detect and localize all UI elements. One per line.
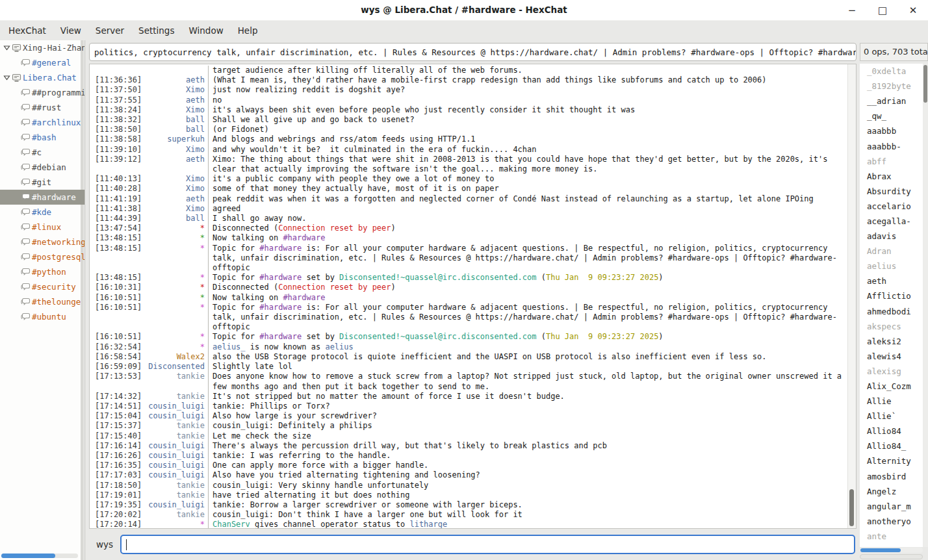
chat-nick[interactable]: * [144, 293, 208, 303]
menu-item-settings[interactable]: Settings [131, 22, 181, 39]
user-list-item[interactable]: Absurdity [860, 184, 923, 199]
chat-nick[interactable]: cousin_luigi [144, 441, 208, 451]
tree-item-archlinux[interactable]: #archlinux [0, 115, 84, 130]
user-list-item[interactable]: abff [860, 154, 923, 169]
menu-item-help[interactable]: Help [231, 22, 265, 39]
scrollbar-thumb[interactable] [849, 489, 854, 526]
tree-item-libera.chat[interactable]: Libera.Chat [0, 70, 84, 85]
user-list-item[interactable]: amosbird [860, 469, 923, 484]
user-list-item[interactable]: aeth [860, 274, 923, 288]
user-list-item[interactable]: alexisg [860, 364, 923, 379]
chat-view[interactable]: target audience after killing off litera… [89, 64, 857, 529]
chat-nick[interactable]: * [144, 233, 208, 243]
tree-item-bash[interactable]: #bash [0, 130, 84, 145]
chat-nick[interactable]: cousin_luigi [144, 411, 208, 421]
tree-item-kde[interactable]: #kde [0, 205, 84, 220]
user-list-item[interactable]: aleksi2 [860, 334, 923, 349]
user-list-item[interactable]: Alternity [860, 453, 923, 468]
nick-label[interactable]: wys [96, 539, 113, 550]
user-list-item[interactable]: accelario [860, 199, 923, 214]
tree-item-git[interactable]: #git [0, 175, 84, 190]
chat-nick[interactable]: tankie [144, 490, 208, 500]
user-list-item[interactable]: Allio84 [860, 424, 923, 439]
tree-item-programming[interactable]: ##programming [0, 85, 84, 100]
user-list[interactable]: _0xdelta_8192byte__adrian_qw_aaabbbaaabb… [860, 64, 923, 547]
chat-nick[interactable]: Ximo [144, 204, 208, 214]
user-list-item[interactable]: Allio84_ [860, 439, 923, 453]
user-list-item[interactable]: anotheryo [860, 514, 923, 529]
chat-nick[interactable]: * [144, 520, 208, 528]
tree-item-networking[interactable]: #networking [0, 235, 84, 249]
chat-nick[interactable]: Ximo [144, 174, 208, 184]
message-input[interactable] [120, 535, 855, 554]
user-list-item[interactable]: _8192byte [860, 79, 923, 94]
tree-item-postgresql[interactable]: #postgresql [0, 249, 84, 264]
user-list-item[interactable]: adavis [860, 229, 923, 244]
chat-nick[interactable]: ball [144, 214, 208, 223]
chat-nick[interactable]: * [144, 303, 208, 312]
user-list-item[interactable]: aaabbb- [860, 138, 923, 153]
user-list-item[interactable]: aaabbb [860, 123, 923, 138]
scrollbar-thumb[interactable] [923, 65, 927, 103]
menu-item-hexchat[interactable]: HexChat [1, 22, 53, 39]
scrollbar-thumb[interactable] [1, 554, 55, 558]
tree-item-general[interactable]: #general [0, 55, 84, 70]
triangle-down-icon[interactable] [3, 74, 12, 81]
user-list-vertical-scrollbar[interactable] [923, 64, 928, 547]
chat-nick[interactable]: cousin_luigi [144, 470, 208, 480]
tree-item-hardware[interactable]: #hardware [0, 190, 84, 205]
chat-nick[interactable]: cousin_luigi [144, 461, 208, 470]
tree-item-thelounge[interactable]: #thelounge [0, 294, 84, 309]
menu-item-window[interactable]: Window [181, 22, 230, 39]
user-list-item[interactable]: __adrian [860, 94, 923, 108]
server-tree-horizontal-scrollbar[interactable] [1, 554, 78, 558]
tree-item-xing-hai-zhan[interactable]: Xing-Hai-Zhan [0, 40, 84, 55]
user-list-item[interactable]: Abrax [860, 169, 923, 184]
chat-nick[interactable]: * [144, 283, 208, 292]
chat-nick[interactable]: cousin_luigi [144, 451, 208, 461]
minimize-button[interactable]: − [846, 6, 858, 16]
user-list-horizontal-scrollbar-track[interactable] [860, 554, 923, 559]
user-list-horizontal-scrollbar[interactable] [860, 548, 923, 553]
chat-nick[interactable]: * [144, 244, 208, 253]
chat-nick[interactable]: Ximo [144, 145, 208, 155]
chat-nick[interactable]: ball [144, 125, 208, 134]
user-list-item[interactable]: angular_m [860, 499, 923, 514]
chat-nick[interactable]: Ximo [144, 105, 208, 115]
server-tree-panel[interactable]: Xing-Hai-Zhan#generalLibera.Chat##progra… [0, 40, 85, 560]
close-button[interactable]: ✕ [907, 6, 919, 16]
chat-nick[interactable]: Ximo [144, 184, 208, 194]
chat-nick[interactable]: aeth [144, 194, 208, 204]
topic-input[interactable]: politics, cryptocurrency talk, unfair di… [89, 43, 857, 61]
chat-nick[interactable]: * [144, 223, 208, 233]
tree-item-debian[interactable]: #debian [0, 160, 84, 175]
menu-item-server[interactable]: Server [88, 22, 131, 39]
chat-nick[interactable]: ball [144, 115, 208, 125]
tree-item-ubuntu[interactable]: #ubuntu [0, 309, 84, 324]
user-list-item[interactable]: aelius [860, 259, 923, 274]
chat-nick[interactable]: tankie [144, 431, 208, 441]
menu-item-view[interactable]: View [53, 22, 88, 39]
tree-item-security[interactable]: #security [0, 279, 84, 294]
chat-nick[interactable]: tankie [144, 481, 208, 490]
user-list-item[interactable]: Allie` [860, 409, 923, 424]
user-list-item[interactable]: acegalla- [860, 214, 923, 229]
chat-nick[interactable]: aeth [144, 75, 208, 85]
chat-nick[interactable]: Ximo [144, 85, 208, 95]
user-list-item[interactable]: Allie [860, 394, 923, 409]
user-list-item[interactable]: Adran [860, 244, 923, 259]
tree-item-c[interactable]: #c [0, 145, 84, 160]
chat-nick[interactable]: tankie [144, 372, 208, 381]
chat-nick[interactable]: cousin_luigi [144, 401, 208, 411]
user-list-item[interactable]: Afflictio [860, 288, 923, 303]
tree-item-rust[interactable]: ##rust [0, 100, 84, 115]
chat-nick[interactable]: cousin_luigi [144, 500, 208, 510]
chat-nick[interactable]: * [144, 342, 208, 352]
user-list-item[interactable]: alewis4 [860, 349, 923, 364]
chat-vertical-scrollbar[interactable] [847, 64, 856, 528]
tree-item-python[interactable]: #python [0, 264, 84, 279]
chat-nick[interactable]: tankie [144, 392, 208, 401]
user-list-item[interactable]: ante [860, 529, 923, 544]
user-list-item[interactable]: Alix_Cozm [860, 379, 923, 394]
user-list-item[interactable]: ahmedbodi [860, 304, 923, 319]
